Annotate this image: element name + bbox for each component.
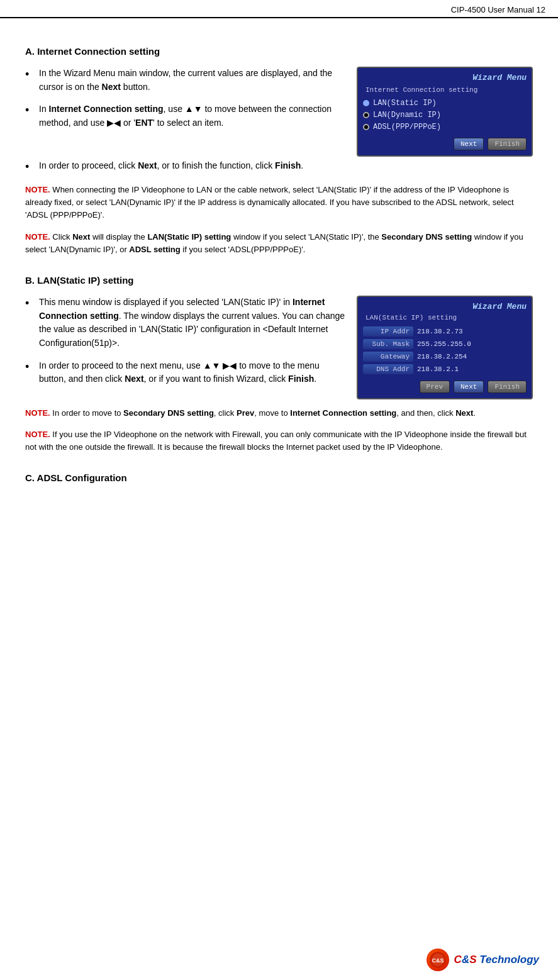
page-header: CIP-4500 User Manual 12: [0, 0, 558, 18]
section-a: A. Internet Connection setting • In the …: [25, 46, 533, 256]
bullet-icon-a2: •: [25, 103, 36, 118]
wizard-a-next-button[interactable]: Next: [454, 138, 484, 150]
wizard-b-row-4: DNS Addr 218.38.2.1: [363, 364, 527, 374]
note-b2: NOTE. If you use the IP Videophone on th…: [25, 428, 533, 454]
bullet-b2: • In order to proceed to the next menu, …: [25, 359, 347, 386]
bullet-a3-text: In order to proceed, click Next, or to f…: [39, 159, 533, 173]
note-b1-label: NOTE.: [25, 408, 50, 418]
bullet-icon-a3: •: [25, 159, 36, 175]
wizard-b-label-dns: DNS Addr: [363, 364, 413, 374]
wizard-b-next-button[interactable]: Next: [454, 381, 484, 393]
wizard-image-b: Wizard Menu LAN(Static IP) setting IP Ad…: [357, 296, 533, 399]
note-b2-text: If you use the IP Videophone on the netw…: [25, 430, 527, 452]
bullet-a1: • In the Wizard Menu main window, the cu…: [25, 67, 347, 94]
radio-unselected-2: [363, 124, 369, 130]
wizard-b-prev-button[interactable]: Prev: [420, 381, 450, 393]
bullet-icon-b2: •: [25, 359, 36, 375]
wizard-a-option-1: LAN(Static IP): [363, 99, 527, 108]
note-a2: NOTE. Click Next will display the LAN(St…: [25, 231, 533, 256]
bullet-b2-text: In order to proceed to the next menu, us…: [39, 359, 347, 386]
wizard-b-value-mask: 255.255.255.0: [417, 340, 471, 348]
wizard-a-finish-button[interactable]: Finish: [488, 138, 527, 150]
bullet-a2: • In Internet Connection setting, use ▲▼…: [25, 103, 347, 130]
radio-unselected: [363, 112, 369, 118]
page-title: CIP-4500 User Manual 12: [451, 5, 545, 14]
wizard-b-label-mask: Sub. Mask: [363, 339, 413, 349]
wizard-b-label-ip: IP Addr: [363, 326, 413, 337]
bullet-a3: • In order to proceed, click Next, or to…: [25, 159, 533, 175]
radio-selected: [363, 100, 369, 106]
svg-text:C&S: C&S: [432, 957, 444, 964]
note-a1-label: NOTE.: [25, 185, 50, 194]
wizard-b-finish-button[interactable]: Finish: [488, 381, 527, 393]
footer: C&S C&S Technology: [427, 949, 539, 971]
wizard-b-row-2: Sub. Mask 255.255.255.0: [363, 339, 527, 349]
bullet-icon-b1: •: [25, 296, 36, 311]
wizard-a-subtitle: Internet Connection setting: [363, 86, 527, 94]
note-a1-text: When connecting the IP Videophone to LAN…: [25, 185, 514, 220]
section-a-bullets: • In the Wizard Menu main window, the cu…: [25, 67, 347, 139]
section-b-top: • This menu window is displayed if you s…: [25, 296, 533, 399]
bullet-a2-text: In Internet Connection setting, use ▲▼ t…: [39, 103, 347, 130]
wizard-b-value-ip: 218.38.2.73: [417, 328, 463, 335]
wizard-b-title: Wizard Menu: [363, 302, 527, 311]
wizard-a-buttons: Next Finish: [363, 138, 527, 150]
wizard-b-value-gw: 218.38.2.254: [417, 353, 467, 360]
wizard-b-row-3: Gateway 218.38.2.254: [363, 352, 527, 362]
note-a2-label: NOTE.: [25, 232, 50, 242]
section-c-title: C. ADSL Configuration: [25, 472, 533, 483]
note-b1: NOTE. In order to move to Secondary DNS …: [25, 407, 533, 420]
wizard-b-subtitle: LAN(Static IP) setting: [363, 314, 527, 321]
wizard-image-a: Wizard Menu Internet Connection setting …: [357, 67, 533, 157]
bullet-a1-text: In the Wizard Menu main window, the curr…: [39, 67, 347, 94]
wizard-a-title: Wizard Menu: [363, 73, 527, 82]
section-c: C. ADSL Configuration: [25, 472, 533, 483]
bullet-b1: • This menu window is displayed if you s…: [25, 296, 347, 350]
note-a1: NOTE. When connecting the IP Videophone …: [25, 184, 533, 221]
note-b1-text: In order to move to Secondary DNS settin…: [52, 408, 476, 418]
section-b-title: B. LAN(Static IP) setting: [25, 275, 533, 286]
logo-icon: C&S: [427, 949, 449, 971]
bullet-b1-text: This menu window is displayed if you sel…: [39, 296, 347, 350]
wizard-b-row-1: IP Addr 218.38.2.73: [363, 326, 527, 337]
wizard-b-value-dns: 218.38.2.1: [417, 365, 459, 373]
note-b2-label: NOTE.: [25, 430, 50, 439]
wizard-a-option-2: LAN(Dynamic IP): [363, 111, 527, 120]
section-b: B. LAN(Static IP) setting • This menu wi…: [25, 275, 533, 454]
bullet-icon-a1: •: [25, 67, 36, 82]
note-a2-text: Click Next will display the LAN(Static I…: [25, 232, 523, 254]
main-content: A. Internet Connection setting • In the …: [0, 18, 558, 506]
logo-text: C&S Technology: [454, 954, 539, 966]
wizard-b-buttons: Prev Next Finish: [363, 381, 527, 393]
section-a-top: • In the Wizard Menu main window, the cu…: [25, 67, 533, 157]
section-a-title: A. Internet Connection setting: [25, 46, 533, 57]
wizard-b-label-gw: Gateway: [363, 352, 413, 362]
section-b-bullets: • This menu window is displayed if you s…: [25, 296, 347, 395]
wizard-a-option-3: ADSL(PPP/PPPoE): [363, 123, 527, 131]
